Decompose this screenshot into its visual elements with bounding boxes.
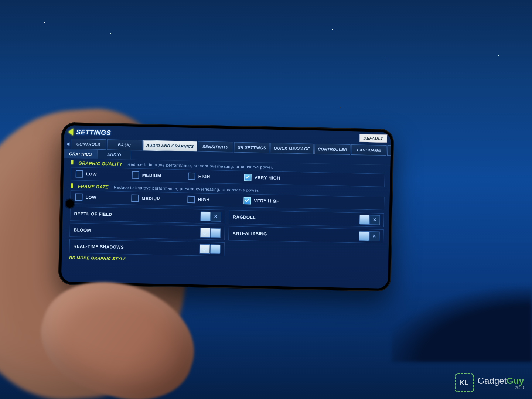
- opt-label: VERY HIGH: [255, 175, 280, 181]
- watermark: KL GadgetGuy 2020: [455, 373, 524, 392]
- fr-opt-low[interactable]: LOW: [71, 193, 127, 202]
- watermark-brand-a: Gadget: [478, 376, 507, 386]
- fr-opt-high[interactable]: HIGH: [183, 196, 239, 204]
- toggle-switch[interactable]: [200, 212, 221, 222]
- phone-screen: SETTINGS DEFAULT ◀ CONTROLS BASIC AUDIO …: [61, 125, 391, 289]
- toggle-grid: DEPTH OF FIELD RAGDOLL: [69, 207, 384, 260]
- section-desc: Reduce to improve performance, prevent o…: [114, 185, 260, 192]
- tab-controller[interactable]: CONTROLLER: [314, 144, 351, 155]
- gq-opt-very-high[interactable]: VERY HIGH: [239, 174, 296, 182]
- x-icon: [369, 231, 380, 241]
- gq-opt-medium[interactable]: MEDIUM: [127, 171, 184, 180]
- opt-label: HIGH: [198, 174, 210, 179]
- toggle-knob-icon: [200, 212, 211, 222]
- toggle-knob-icon: [359, 215, 370, 225]
- toggle-switch[interactable]: [359, 231, 380, 241]
- section-title: GRAPHIC QUALITY: [78, 161, 122, 167]
- tabs-prev-icon[interactable]: ◀: [66, 139, 70, 149]
- toggle-real-time-shadows: REAL-TIME SHADOWS: [69, 239, 225, 256]
- checkbox-checked-icon: [243, 197, 251, 204]
- settings-panel[interactable]: GRAPHIC QUALITY Reduce to improve perfor…: [61, 158, 391, 289]
- section-desc: Reduce to improve performance, prevent o…: [127, 162, 273, 169]
- toggle-label: BLOOM: [74, 227, 91, 233]
- tab-other[interactable]: OTHER: [387, 145, 391, 156]
- checkbox-icon: [187, 196, 195, 203]
- opt-label: VERY HIGH: [254, 198, 280, 204]
- toggle-switch[interactable]: [200, 228, 221, 238]
- toggle-knob-icon: [359, 231, 369, 241]
- watermark-badge: KL: [455, 373, 474, 392]
- opt-label: HIGH: [198, 197, 209, 202]
- tab-language[interactable]: LANGUAGE: [351, 144, 387, 156]
- section-marker-icon: [71, 160, 73, 164]
- tab-br-settings[interactable]: BR SETTINGS: [234, 142, 270, 153]
- opt-label: LOW: [86, 171, 97, 177]
- toggle-bloom: BLOOM: [69, 223, 225, 240]
- checkbox-icon: [188, 173, 195, 180]
- check-icon: [200, 228, 211, 238]
- toggle-knob-icon: [210, 228, 221, 238]
- settings-ui: SETTINGS DEFAULT ◀ CONTROLS BASIC AUDIO …: [61, 125, 391, 289]
- toggle-label: DEPTH OF FIELD: [74, 211, 112, 217]
- toggle-switch[interactable]: [359, 215, 380, 225]
- phone-body: SETTINGS DEFAULT ◀ CONTROLS BASIC AUDIO …: [58, 122, 394, 292]
- section-marker-icon: [71, 183, 73, 188]
- tab-controls[interactable]: CONTROLS: [71, 139, 106, 150]
- checkbox-icon: [75, 193, 82, 201]
- page-title: SETTINGS: [76, 128, 111, 137]
- checkbox-icon: [132, 171, 139, 179]
- opt-label: LOW: [85, 195, 96, 200]
- toggle-knob-icon: [210, 244, 221, 254]
- fr-opt-medium[interactable]: MEDIUM: [127, 194, 183, 203]
- toggle-label: RAGDOLL: [233, 214, 256, 220]
- opt-label: MEDIUM: [141, 196, 161, 201]
- toggle-depth-of-field: DEPTH OF FIELD: [70, 207, 225, 224]
- checkbox-icon: [76, 170, 83, 177]
- gq-opt-high[interactable]: HIGH: [184, 173, 240, 181]
- toggle-label: ANTI-ALIASING: [232, 231, 267, 236]
- toggle-switch[interactable]: [200, 244, 221, 254]
- fr-opt-very-high[interactable]: VERY HIGH: [239, 197, 295, 205]
- gq-opt-low[interactable]: LOW: [71, 170, 127, 178]
- watermark-brand-b: Guy: [507, 376, 524, 386]
- check-icon: [200, 244, 210, 254]
- section-title: FRAME RATE: [78, 184, 109, 190]
- checkbox-icon: [131, 195, 139, 202]
- toggle-anti-aliasing: ANTI-ALIASING: [228, 226, 384, 243]
- subtab-graphics[interactable]: GRAPHICS: [64, 149, 98, 159]
- tab-basic[interactable]: BASIC: [107, 139, 143, 150]
- toggle-label: REAL-TIME SHADOWS: [74, 243, 124, 250]
- subtab-audio[interactable]: AUDIO: [98, 150, 131, 160]
- checkbox-checked-icon: [244, 174, 251, 181]
- toggle-ragdoll: RAGDOLL: [229, 210, 384, 227]
- watermark-text: GadgetGuy 2020: [478, 376, 524, 390]
- default-button[interactable]: DEFAULT: [359, 134, 387, 143]
- x-icon: [211, 212, 221, 222]
- back-icon[interactable]: [68, 128, 73, 136]
- tab-audio-and-graphics[interactable]: AUDIO AND GRAPHICS: [143, 140, 197, 151]
- tab-quick-message[interactable]: QUICK MESSAGE: [270, 143, 314, 154]
- x-icon: [369, 215, 380, 225]
- opt-label: MEDIUM: [142, 173, 161, 178]
- tab-sensitivity[interactable]: SENSITIVITY: [198, 141, 233, 152]
